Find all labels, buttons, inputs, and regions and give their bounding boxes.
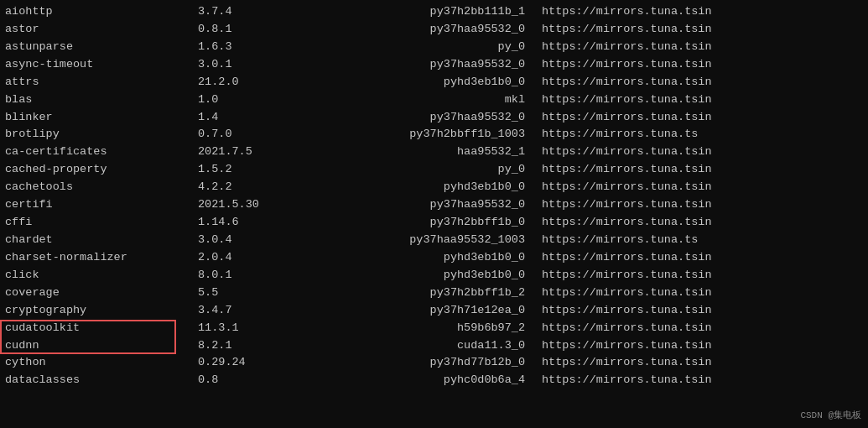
package-name: attrs (5, 74, 198, 91)
table-row: astor0.8.1py37haa95532_0https://mirrors.… (5, 21, 863, 39)
table-row: charset-normalizer2.0.4pyhd3eb1b0_0https… (5, 249, 863, 267)
table-row: async-timeout3.0.1py37haa95532_0https://… (5, 56, 863, 74)
package-version: 1.6.3 (198, 39, 307, 56)
package-build: py37haa95532_0 (307, 196, 542, 214)
package-build: pyhd3eb1b0_0 (307, 179, 542, 196)
package-name: blinker (5, 109, 198, 127)
package-version: 2021.7.5 (198, 144, 307, 161)
package-channel: https://mirrors.tuna.tsin (542, 56, 863, 74)
package-build: mkl (307, 91, 542, 109)
package-build: cuda11.3_0 (307, 337, 542, 355)
package-version: 0.7.0 (198, 126, 307, 144)
table-row: cached-property1.5.2py_0https://mirrors.… (5, 161, 863, 179)
package-name: ca-certificates (5, 144, 198, 161)
package-channel: https://mirrors.tuna.tsin (542, 91, 863, 109)
package-channel: https://mirrors.tuna.tsin (542, 109, 863, 127)
package-build: haa95532_1 (307, 144, 542, 161)
package-name: astor (5, 21, 198, 39)
package-build: py37haa95532_0 (307, 109, 542, 127)
package-build: pyhd3eb1b0_0 (307, 74, 542, 91)
table-row: cudatoolkit11.3.1h59b6b97_2https://mirro… (5, 320, 863, 337)
package-build: py37h2bbff1b_2 (307, 284, 542, 302)
table-row: aiohttp3.7.4py37h2bb111b_1https://mirror… (5, 3, 863, 21)
package-name: cachetools (5, 179, 198, 196)
table-row: cffi1.14.6py37h2bbff1b_0https://mirrors.… (5, 214, 863, 232)
package-name: blas (5, 91, 198, 109)
package-build: py37h71e12ea_0 (307, 302, 542, 320)
package-build: h59b6b97_2 (307, 320, 542, 337)
package-build: py37haa95532_0 (307, 21, 542, 39)
package-name: cudatoolkit (5, 320, 198, 337)
package-channel: https://mirrors.tuna.tsin (542, 39, 863, 56)
package-channel: https://mirrors.tuna.tsin (542, 267, 863, 284)
package-channel: https://mirrors.tuna.tsin (542, 161, 863, 179)
package-build: py_0 (307, 161, 542, 179)
table-row: chardet3.0.4py37haa95532_1003 https://mi… (5, 232, 863, 249)
table-row: attrs21.2.0pyhd3eb1b0_0https://mirrors.t… (5, 74, 863, 91)
package-version: 4.2.2 (198, 179, 307, 196)
table-row: dataclasses0.8pyhc0d0b6a_4https://mirror… (5, 372, 863, 389)
package-name: cython (5, 354, 198, 372)
package-channel: https://mirrors.tuna.tsin (542, 196, 863, 214)
package-channel: https://mirrors.tuna.tsin (542, 74, 863, 91)
table-row: cudnn8.2.1cuda11.3_0https://mirrors.tuna… (5, 337, 863, 355)
package-name: async-timeout (5, 56, 198, 74)
package-name: cudnn (5, 337, 198, 355)
package-version: 5.5 (198, 284, 307, 302)
package-version: 1.5.2 (198, 161, 307, 179)
package-name: chardet (5, 232, 198, 249)
package-build: py37haa95532_0 (307, 56, 542, 74)
package-version: 0.8 (198, 372, 307, 389)
package-channel: https://mirrors.tuna.tsin (542, 320, 863, 337)
package-build: py_0 (307, 39, 542, 56)
package-build: pyhd3eb1b0_0 (307, 267, 542, 284)
package-version: 3.0.4 (198, 232, 307, 249)
package-channel: https://mirrors.tuna.tsin (542, 337, 863, 355)
package-version: 2.0.4 (198, 249, 307, 267)
table-row: blas1.0mklhttps://mirrors.tuna.tsin (5, 91, 863, 109)
package-build: py37h2bbff1b_0 (307, 214, 542, 232)
package-version: 3.4.7 (198, 302, 307, 320)
package-version: 11.3.1 (198, 320, 307, 337)
package-build: py37h2bbff1b_1003 (307, 126, 542, 144)
watermark: CSDN @集电板 (800, 409, 861, 423)
package-build: py37haa95532_1003 (307, 232, 542, 249)
package-channel: https://mirrors.tuna.tsin (542, 179, 863, 196)
table-row: ca-certificates2021.7.5haa95532_1https:/… (5, 144, 863, 161)
table-row: coverage5.5py37h2bbff1b_2https://mirrors… (5, 284, 863, 302)
package-version: 3.7.4 (198, 3, 307, 21)
table-row: astunparse1.6.3py_0https://mirrors.tuna.… (5, 39, 863, 56)
package-name: charset-normalizer (5, 249, 198, 267)
table-row: brotlipy0.7.0py37h2bbff1b_1003 https://m… (5, 126, 863, 144)
terminal: aiohttp3.7.4py37h2bb111b_1https://mirror… (0, 0, 868, 428)
package-channel: https://mirrors.tuna.tsin (542, 302, 863, 320)
table-row: certifi2021.5.30py37haa95532_0https://mi… (5, 196, 863, 214)
package-build: py37hd77b12b_0 (307, 354, 542, 372)
package-channel: https://mirrors.tuna.tsin (542, 284, 863, 302)
package-channel: https://mirrors.tuna.tsin (542, 3, 863, 21)
package-name: dataclasses (5, 372, 198, 389)
package-table: aiohttp3.7.4py37h2bb111b_1https://mirror… (5, 3, 863, 389)
package-name: astunparse (5, 39, 198, 56)
table-row: cachetools4.2.2pyhd3eb1b0_0https://mirro… (5, 179, 863, 196)
package-channel: https://mirrors.tuna.tsin (542, 144, 863, 161)
table-row: cython0.29.24py37hd77b12b_0https://mirro… (5, 354, 863, 372)
package-name: click (5, 267, 198, 284)
package-channel: https://mirrors.tuna.ts (542, 232, 863, 249)
table-row: blinker1.4py37haa95532_0https://mirrors.… (5, 109, 863, 127)
package-name: certifi (5, 196, 198, 214)
package-channel: https://mirrors.tuna.ts (542, 126, 863, 144)
package-version: 1.4 (198, 109, 307, 127)
package-channel: https://mirrors.tuna.tsin (542, 372, 863, 389)
package-version: 3.0.1 (198, 56, 307, 74)
package-version: 1.14.6 (198, 214, 307, 232)
package-build: pyhd3eb1b0_0 (307, 249, 542, 267)
package-name: coverage (5, 284, 198, 302)
package-version: 8.0.1 (198, 267, 307, 284)
package-name: cffi (5, 214, 198, 232)
package-version: 21.2.0 (198, 74, 307, 91)
package-version: 2021.5.30 (198, 196, 307, 214)
package-build: pyhc0d0b6a_4 (307, 372, 542, 389)
table-row: cryptography3.4.7py37h71e12ea_0https://m… (5, 302, 863, 320)
package-name: cached-property (5, 161, 198, 179)
